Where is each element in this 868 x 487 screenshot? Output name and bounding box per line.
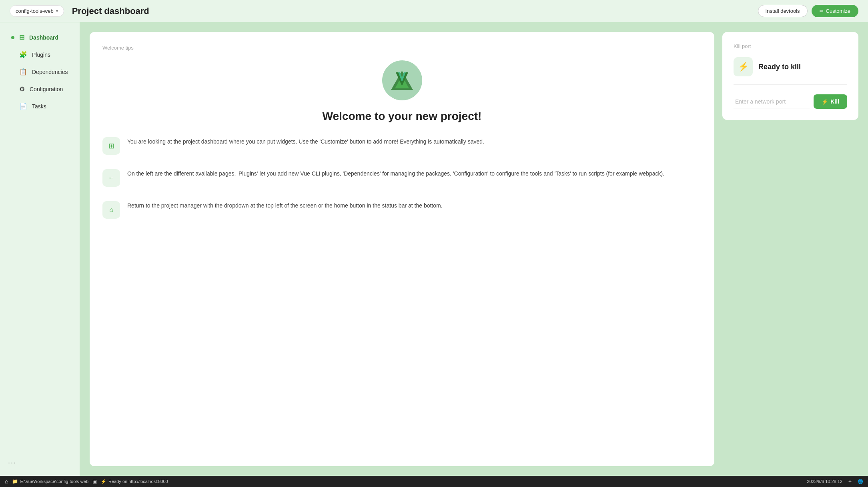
dashboard-mini-icon: ⊞ xyxy=(108,142,114,150)
sidebar-item-dependencies[interactable]: 📋 Dependencies xyxy=(3,64,76,80)
kill-status-text: Ready to kill xyxy=(758,63,801,71)
puzzle-icon: 🧩 xyxy=(19,51,27,58)
kill-lightning-box: ⚡ xyxy=(734,57,753,76)
vue-logo-container xyxy=(102,60,702,100)
welcome-title: Welcome to your new project! xyxy=(102,110,702,123)
sidebar-bottom: ... xyxy=(0,453,80,469)
sidebar-label-plugins: Plugins xyxy=(32,52,50,58)
terminal-icon: ▣ xyxy=(92,479,97,484)
topbar-left: config-tools-web ▾ Project dashboard xyxy=(10,5,149,17)
grid-icon: ⊞ xyxy=(19,34,24,41)
tip-text-3: Return to the project manager with the d… xyxy=(127,201,443,210)
pencil-icon: ✏ xyxy=(820,8,824,14)
content-area: Welcome tips Welcome to your new project… xyxy=(80,22,868,476)
statusbar-home-icon[interactable]: ⌂ xyxy=(5,478,8,485)
home-icon: ⌂ xyxy=(109,206,113,214)
kill-port-card: Kill port ⚡ Ready to kill ⚡ Kill xyxy=(722,32,858,120)
statusbar-folder-path: E:\VueWorkspace\config-tools-web xyxy=(20,479,88,484)
sidebar-label-dashboard: Dashboard xyxy=(29,34,58,41)
statusbar-ready-item: ⚡ Ready on http://localhost:8000 xyxy=(101,479,168,484)
kill-button[interactable]: ⚡ Kill xyxy=(814,94,847,109)
lightning-status-icon: ⚡ xyxy=(101,479,106,484)
port-input[interactable] xyxy=(734,95,810,108)
sidebar-item-configuration[interactable]: ⚙ Configuration xyxy=(3,81,76,97)
tasks-icon: 📄 xyxy=(19,102,27,110)
tip-icon-box-2: ← xyxy=(102,169,120,187)
statusbar-left: ⌂ 📁 E:\VueWorkspace\config-tools-web ▣ ⚡… xyxy=(5,478,168,485)
kill-button-label: Kill xyxy=(830,98,839,105)
network-icon: 🌐 xyxy=(858,479,863,484)
folder-icon: 📁 xyxy=(12,479,18,484)
sidebar-item-dashboard[interactable]: ⊞ Dashboard xyxy=(3,30,76,45)
lightning-icon: ⚡ xyxy=(738,62,749,72)
statusbar-ready-label: Ready on http://localhost:8000 xyxy=(108,479,168,484)
kill-port-section-label: Kill port xyxy=(734,43,847,49)
brightness-icon: ☀ xyxy=(848,479,852,484)
kill-btn-lightning-icon: ⚡ xyxy=(822,99,828,105)
sidebar-label-configuration: Configuration xyxy=(30,86,63,92)
install-devtools-button[interactable]: Install devtools xyxy=(758,5,808,17)
statusbar-folder-item: 📁 E:\VueWorkspace\config-tools-web xyxy=(12,479,88,484)
welcome-section-label: Welcome tips xyxy=(102,45,702,51)
more-icon[interactable]: ... xyxy=(8,457,16,465)
active-dot-icon xyxy=(11,36,14,39)
arrow-left-icon: ← xyxy=(108,174,114,182)
sidebar-label-tasks: Tasks xyxy=(32,103,46,110)
gear-icon: ⚙ xyxy=(19,85,25,93)
kill-input-row: ⚡ Kill xyxy=(734,94,847,109)
tip-icon-box-1: ⊞ xyxy=(102,137,120,155)
customize-button[interactable]: ✏ Customize xyxy=(812,5,858,17)
statusbar: ⌂ 📁 E:\VueWorkspace\config-tools-web ▣ ⚡… xyxy=(0,476,868,487)
sidebar-item-tasks[interactable]: 📄 Tasks xyxy=(3,98,76,114)
project-dropdown[interactable]: config-tools-web ▾ xyxy=(10,5,64,17)
kill-status-row: ⚡ Ready to kill xyxy=(734,57,847,85)
statusbar-datetime: 2023/9/6 10:28:12 xyxy=(807,479,842,484)
tip-item-2: ← On the left are the different availabl… xyxy=(102,169,702,187)
tip-text-2: On the left are the different available … xyxy=(127,169,664,178)
topbar-right: Install devtools ✏ Customize xyxy=(758,5,858,17)
vue-logo-svg xyxy=(391,71,413,90)
tip-item-3: ⌂ Return to the project manager with the… xyxy=(102,201,702,219)
tip-text-1: You are looking at the project dashboard… xyxy=(127,137,484,146)
page-title: Project dashboard xyxy=(72,6,149,16)
tip-item-1: ⊞ You are looking at the project dashboa… xyxy=(102,137,702,155)
sidebar-item-plugins[interactable]: 🧩 Plugins xyxy=(3,47,76,62)
welcome-card: Welcome tips Welcome to your new project… xyxy=(90,32,714,466)
chevron-down-icon: ▾ xyxy=(56,9,58,13)
vue-logo xyxy=(382,60,422,100)
book-icon: 📋 xyxy=(19,68,27,76)
sidebar-label-dependencies: Dependencies xyxy=(32,69,68,75)
tip-icon-box-3: ⌂ xyxy=(102,201,120,219)
project-dropdown-label: config-tools-web xyxy=(16,8,54,14)
sidebar: ⊞ Dashboard 🧩 Plugins 📋 Dependencies ⚙ C… xyxy=(0,22,80,476)
statusbar-terminal-item: ▣ xyxy=(92,479,97,484)
statusbar-right: 2023/9/6 10:28:12 ☀ 🌐 xyxy=(807,479,863,484)
topbar: config-tools-web ▾ Project dashboard Ins… xyxy=(0,0,868,22)
main-layout: ⊞ Dashboard 🧩 Plugins 📋 Dependencies ⚙ C… xyxy=(0,22,868,476)
